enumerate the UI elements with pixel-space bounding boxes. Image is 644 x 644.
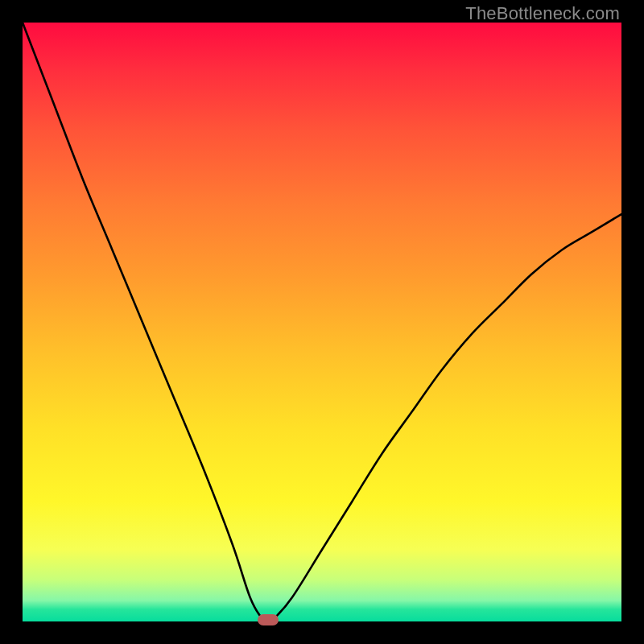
watermark-text: TheBottleneck.com: [465, 3, 620, 24]
optimal-point-marker: [258, 614, 279, 625]
chart-frame: TheBottleneck.com: [0, 0, 644, 644]
bottleneck-curve: [23, 23, 621, 621]
plot-area: [23, 23, 621, 621]
